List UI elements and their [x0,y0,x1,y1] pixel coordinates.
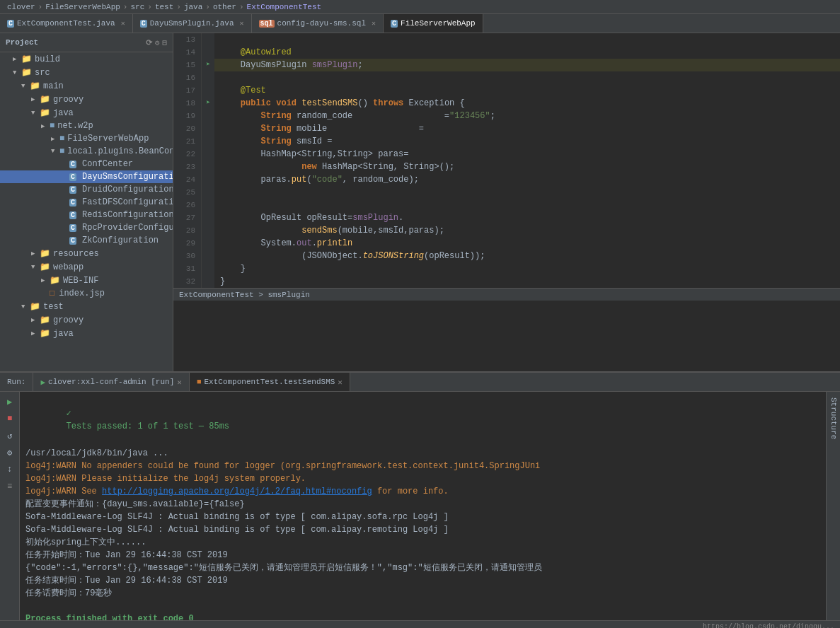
sidebar-title: Project [6,38,38,47]
main-layout: Project ⟳ ⚙ ⊟ ▶ 📁 build ▼ 📁 src ▼ 📁 main… [0,33,840,371]
output-line-12: 任务话费时间：79毫秒 [25,587,820,600]
folder-icon: 📁 [40,248,50,259]
sync-icon[interactable]: ⟳ [146,38,152,47]
class-icon: C [69,161,76,168]
folder-icon: ■ [59,134,64,144]
tree-item-redisconfiguration[interactable]: ▶ C RedisConfiguration [0,209,173,221]
output-line-empty [25,600,820,612]
breadcrumb-clover[interactable]: clover [7,3,35,11]
output-line-7: Sofa-Middleware-Log SLF4J : Actual bindi… [25,523,820,536]
folder-icon: 📁 [40,262,50,272]
breadcrumb-src[interactable]: src [130,3,144,11]
tree-item-fileserverwebapp[interactable]: ▶ ■ FileServerWebApp [0,132,173,145]
code-breadcrumb: ExtComponentTest > smsPlugin [179,291,310,299]
output-line-9: 任务开始时间：Tue Jan 29 16:44:38 CST 2019 [25,549,820,562]
tree-item-resources[interactable]: ▶ 📁 resources [0,247,173,260]
code-line-30: 30 (JSONObject.toJSONString(opResult)); [173,250,840,262]
tree-item-zkconfiguration[interactable]: ▶ C ZkConfiguration [0,234,173,247]
folder-icon: 📁 [40,107,50,118]
gear-icon[interactable]: ⚙ [155,38,160,47]
code-status-bar: ExtComponentTest > smsPlugin [173,288,840,301]
sidebar-header: Project ⟳ ⚙ ⊟ [0,33,173,52]
code-line-32: 32 } [173,275,840,288]
run-tab-clover[interactable]: ▶ clover:xxl-conf-admin [run] ✕ [33,373,189,391]
code-line-15: 15 ➤ DayuSmsPlugin smsPlugin; [173,59,840,71]
sidebar: Project ⟳ ⚙ ⊟ ▶ 📁 build ▼ 📁 src ▼ 📁 main… [0,33,173,371]
class-icon: C [69,186,76,194]
run-output: ✓ Tests passed: 1 of 1 test — 85ms /usr/… [20,392,826,620]
tree-item-web-inf[interactable]: ▶ 📁 WEB-INF [0,274,173,287]
output-line-11: 任务结束时间：Tue Jan 29 16:44:38 CST 2019 [25,574,820,587]
tree-item-rpcproviderconfiguration[interactable]: ▶ C RpcProviderConfiguration [0,221,173,234]
output-line-3: log4j:WARN Please initialize the log4j s… [25,472,820,485]
tab-fileserver[interactable]: C FileServerWebApp [384,14,483,33]
breadcrumb-java[interactable]: java [184,3,202,11]
tree-item-confcenter[interactable]: ▶ C ConfCenter [0,158,173,170]
tab-ext-component-test[interactable]: C ExtComponentTest.java ✕ [0,14,133,33]
run-tab-label[interactable]: Run: [0,373,33,391]
tree-item-java2[interactable]: ▶ 📁 java [0,327,173,340]
tree-item-src[interactable]: ▼ 📁 src [0,66,173,79]
run-filter-button[interactable]: ≡ [3,479,17,494]
tree-item-build[interactable]: ▶ 📁 build [0,52,173,66]
tree-item-fastdfsconfiguration[interactable]: ▶ C FastDFSConfiguration [0,196,173,209]
class-icon: C [69,199,76,207]
tree-item-test[interactable]: ▼ 📁 test [0,300,173,313]
code-line-25: 25 [173,186,840,199]
code-line-20: 20 String mobile = [173,122,840,135]
run-settings-button[interactable]: ⚙ [3,446,17,460]
code-line-18: 18 ➤ public void testSendSMS() throws Ex… [173,97,840,110]
package-icon: ■ [50,121,54,131]
close-run-clover[interactable]: ✕ [177,378,182,387]
tree-item-netw2p[interactable]: ▶ ■ net.w2p [0,120,173,132]
folder-icon: 📁 [21,54,32,64]
tree-item-local-plugins[interactable]: ▼ ■ local.plugins.BeanConfiguration [0,145,173,158]
folder-icon: 📁 [40,328,50,339]
tree-item-java[interactable]: ▼ 📁 java [0,106,173,120]
code-line-21: 21 String smsId = [173,135,840,148]
run-play-button[interactable]: ▶ [3,395,17,409]
output-line-6: Sofa-Middleware-Log SLF4J : Actual bindi… [25,511,820,523]
close-run-ext[interactable]: ✕ [338,378,343,387]
output-line-exit: Process finished with exit code 0 [25,612,820,620]
code-line-26: 26 [173,199,840,211]
tree-item-groovy[interactable]: ▶ 📁 groovy [0,93,173,106]
footer-bar: https://blog.csdn.net/dinggu... [0,620,840,628]
breadcrumb-other[interactable]: other [213,3,236,11]
close-tab-sql[interactable]: ✕ [372,19,376,28]
layout-icon[interactable]: ⊟ [162,38,167,47]
run-scroll-button[interactable]: ↕ [3,463,17,477]
tree-item-main[interactable]: ▼ 📁 main [0,79,173,93]
code-line-16: 16 [173,71,840,84]
folder-icon: 📁 [50,275,60,286]
structure-label[interactable]: Structure [828,395,839,442]
tree-item-index-jsp[interactable]: ▶ □ index.jsp [0,287,173,300]
tree-item-webapp[interactable]: ▼ 📁 webapp [0,260,173,274]
tree-item-dayusmsconfiguration[interactable]: ▶ C DayuSmsConfiguration [0,170,173,183]
log4j-link[interactable]: http://logging.apache.org/log4j/1.2/faq.… [102,487,372,496]
tab-dayu-sms-plugin[interactable]: C DayuSmsPlugin.java ✕ [133,14,252,33]
tree-item-druidconfiguration[interactable]: ▶ C DruidConfiguration [0,183,173,196]
footer-url: https://blog.csdn.net/dinggu... [703,623,834,628]
code-line-13: 13 [173,33,840,46]
output-line-2: log4j:WARN No appenders could be found f… [25,460,820,472]
code-area: 13 14 @Autowired 15 ➤ DayuSmsPlugin smsP… [173,33,840,371]
folder-icon: 📁 [21,67,32,78]
run-stop-button[interactable]: ■ [3,412,17,426]
tab-config-dayu-sms[interactable]: sql config-dayu-sms.sql ✕ [252,14,384,33]
close-tab-ext[interactable]: ✕ [121,19,125,28]
close-tab-dayu[interactable]: ✕ [240,19,244,28]
breadcrumb-test[interactable]: test [155,3,173,11]
run-content: ▶ ■ ↺ ⚙ ↕ ≡ ✓ Tests passed: 1 of 1 test … [0,392,840,620]
tree-item-groovy2[interactable]: ▶ 📁 groovy [0,313,173,327]
run-tab-ext-test[interactable]: ■ ExtComponentTest.testSendSMS ✕ [190,373,350,391]
class-icon: C [69,237,76,245]
run-rerun-button[interactable]: ↺ [3,429,17,443]
output-line-5: 配置变更事件通知：{dayu_sms.available}={false} [25,498,820,511]
run-panel: Run: ▶ clover:xxl-conf-admin [run] ✕ ■ E… [0,371,840,628]
code-line-14: 14 @Autowired [173,46,840,59]
folder-icon: 📁 [30,301,40,312]
jsp-icon: □ [50,289,54,298]
breadcrumb-fileserver[interactable]: FileServerWebApp [45,3,120,11]
package-icon: ■ [59,146,64,156]
